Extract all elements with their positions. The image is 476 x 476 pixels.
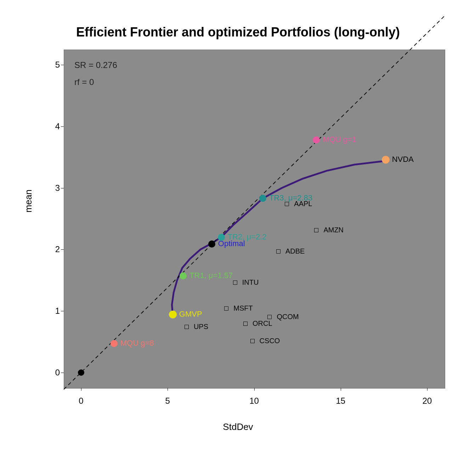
x-tick-label: 20 (423, 396, 432, 406)
efficient-frontier-line (172, 161, 386, 314)
asset-label-amzn: AMZN (323, 226, 344, 234)
portfolio-label-gmvp: GMVP (179, 310, 202, 319)
asset-marker-qcom (267, 315, 272, 319)
portfolio-label-tr1: TR1, μ=1.57 (189, 271, 233, 280)
portfolio-point-tr2 (218, 234, 225, 241)
x-tick-label: 0 (79, 396, 83, 406)
y-tick-mark (61, 65, 64, 65)
x-tick-label: 10 (249, 396, 259, 406)
portfolio-point-origin (78, 369, 84, 376)
y-tick-mark (61, 126, 64, 127)
y-tick-mark (61, 249, 64, 250)
asset-label-intu: INTU (242, 278, 259, 287)
y-tick-label: 0 (55, 368, 60, 378)
asset-label-csco: CSCO (260, 337, 280, 345)
portfolio-point-optimal (208, 240, 215, 248)
asset-marker-msft (224, 306, 228, 311)
asset-marker-amzn (314, 228, 318, 232)
y-tick-label: 4 (55, 121, 60, 131)
x-tick-mark (168, 388, 168, 391)
y-tick-mark (61, 311, 64, 311)
x-tick-label: 5 (165, 396, 170, 406)
risk-free-text: rf = 0 (74, 77, 94, 87)
asset-label-ups: UPS (194, 323, 208, 331)
asset-label-orcl: ORCL (253, 319, 272, 328)
portfolio-label-mqu-g1: MQU g=1 (323, 135, 356, 144)
x-tick-mark (427, 388, 427, 391)
y-tick-label: 3 (55, 183, 60, 193)
portfolio-point-mqu-g1 (313, 136, 320, 143)
portfolio-point-tr3 (259, 195, 266, 202)
x-tick-label: 15 (336, 396, 345, 406)
x-axis-label: StdDev (0, 421, 476, 432)
portfolio-label-nvda: NVDA (392, 155, 414, 164)
chart-title: Efficient Frontier and optimized Portfol… (0, 25, 476, 40)
y-tick-label: 2 (55, 244, 60, 254)
asset-marker-ups (185, 325, 189, 329)
asset-marker-adbe (276, 249, 280, 254)
x-tick-mark (254, 388, 255, 391)
portfolio-point-gmvp (169, 311, 177, 318)
sharpe-ratio-text: SR = 0.276 (74, 60, 117, 70)
y-tick-mark (61, 188, 64, 188)
portfolio-point-nvda (382, 156, 390, 164)
y-tick-label: 1 (55, 306, 60, 316)
chart-page: Efficient Frontier and optimized Portfol… (0, 0, 476, 476)
asset-label-msft: MSFT (233, 304, 253, 312)
asset-marker-csco (250, 339, 255, 343)
y-tick-label: 5 (55, 60, 60, 70)
asset-marker-intu (233, 280, 237, 285)
asset-label-adbe: ADBE (285, 247, 305, 255)
x-tick-mark (81, 388, 81, 391)
asset-label-qcom: QCOM (277, 313, 299, 321)
portfolio-label-tr2: TR2, μ=2.2 (228, 232, 267, 242)
chart-svg (64, 50, 444, 388)
y-tick-mark (61, 373, 64, 373)
asset-label-aapl: AAPL (294, 200, 312, 208)
capital-market-line (64, 16, 444, 389)
asset-marker-aapl (285, 202, 289, 206)
portfolio-label-mqu-g8: MQU g=8 (120, 339, 154, 348)
x-tick-mark (341, 388, 341, 391)
portfolio-point-tr1 (180, 272, 187, 279)
portfolio-point-mqu-g8 (110, 340, 118, 347)
y-axis-label: mean (23, 189, 34, 212)
asset-marker-orcl (243, 322, 248, 326)
